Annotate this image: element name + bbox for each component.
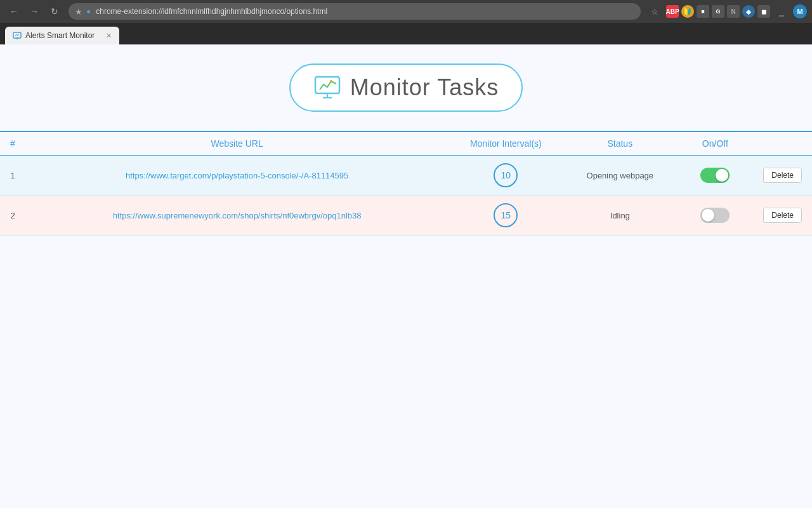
- row2-url: https://www.supremenewyork.com/shop/shir…: [25, 196, 449, 236]
- bookmark-button[interactable]: ☆: [646, 3, 664, 20]
- row1-toggle-slider: [700, 168, 730, 183]
- extension-icon-small: ★: [75, 7, 82, 17]
- back-button[interactable]: ←: [5, 3, 23, 20]
- col-header-delete: [753, 132, 812, 156]
- svg-point-7: [330, 80, 332, 83]
- table-row: 1 https://www.target.com/p/playstation-5…: [0, 156, 812, 196]
- row2-interval-badge: 15: [494, 203, 518, 227]
- profile-icon[interactable]: M: [793, 4, 807, 18]
- browser-actions: ☆ ABP 🔰 ■ G N ◆ ◼ ⎯ M: [646, 3, 807, 20]
- tab-title: Alerts Smart Monitor: [25, 31, 95, 40]
- row2-status-text: Idling: [610, 211, 630, 220]
- url-text: chrome-extension://idfmfchnnlmlfhdhgjnhm…: [96, 7, 634, 16]
- row1-toggle-knob: [716, 169, 728, 182]
- col-header-onoff: On/Off: [677, 132, 753, 156]
- browser-nav: ← → ↻: [5, 3, 63, 20]
- tab-close[interactable]: ✕: [106, 32, 112, 40]
- table-row: 2 https://www.supremenewyork.com/shop/sh…: [0, 196, 812, 236]
- row1-toggle[interactable]: [700, 168, 730, 183]
- secure-icon: ●: [86, 7, 91, 16]
- browser-bar: ← → ↻ ★ ● chrome-extension://idfmfchnnlm…: [0, 0, 812, 23]
- row1-status-text: Opening webpage: [587, 171, 654, 180]
- page-header: Monitor Tasks: [0, 64, 812, 112]
- col-header-interval: Monitor Interval(s): [449, 132, 563, 156]
- ext-icon-3[interactable]: G: [712, 5, 724, 18]
- address-bar[interactable]: ★ ● chrome-extension://idfmfchnnlmlfhdhg…: [69, 3, 641, 20]
- tab-bar: Alerts Smart Monitor ✕: [0, 23, 812, 44]
- ext-icon-2[interactable]: ■: [697, 5, 709, 18]
- reload-button[interactable]: ↻: [46, 3, 63, 20]
- row1-status: Opening webpage: [563, 156, 677, 196]
- tab-favicon: [13, 31, 22, 40]
- ext-icon-6[interactable]: ◼: [757, 5, 770, 18]
- svg-rect-3: [315, 77, 339, 93]
- ext-icon-5[interactable]: ◆: [742, 5, 755, 18]
- row1-interval-cell: 10: [449, 156, 563, 196]
- extensions-button[interactable]: ⎯: [773, 3, 790, 20]
- row2-delete-cell: Delete: [753, 196, 812, 236]
- row1-interval-badge: 10: [494, 163, 518, 187]
- row1-delete-button[interactable]: Delete: [763, 168, 802, 183]
- row2-delete-button[interactable]: Delete: [763, 208, 802, 223]
- row1-delete-cell: Delete: [753, 156, 812, 196]
- active-tab[interactable]: Alerts Smart Monitor ✕: [5, 27, 119, 44]
- header-box: Monitor Tasks: [289, 64, 523, 112]
- monitor-icon: [313, 74, 341, 102]
- row2-number: 2: [0, 196, 25, 236]
- row2-toggle-knob: [702, 209, 714, 222]
- tasks-table: # Website URL Monitor Interval(s) Status…: [0, 132, 812, 236]
- ext-icon-1[interactable]: 🔰: [681, 5, 694, 18]
- table-header-row: # Website URL Monitor Interval(s) Status…: [0, 132, 812, 156]
- row1-toggle-cell: [677, 156, 753, 196]
- row2-toggle-slider: [700, 208, 730, 223]
- row2-interval-cell: 15: [449, 196, 563, 236]
- row1-number: 1: [0, 156, 25, 196]
- col-header-hash: #: [0, 132, 25, 156]
- table-container: # Website URL Monitor Interval(s) Status…: [0, 131, 812, 236]
- row2-toggle[interactable]: [700, 208, 730, 223]
- main-content: Monitor Tasks # Website URL Monitor Inte…: [0, 44, 812, 236]
- col-header-url: Website URL: [25, 132, 449, 156]
- row2-status: Idling: [563, 196, 677, 236]
- forward-button[interactable]: →: [25, 3, 43, 20]
- abp-ext-icon[interactable]: ABP: [666, 5, 679, 18]
- row2-toggle-cell: [677, 196, 753, 236]
- ext-icon-4[interactable]: N: [727, 5, 740, 18]
- page-title: Monitor Tasks: [350, 74, 499, 101]
- row1-url: https://www.target.com/p/playstation-5-c…: [25, 156, 449, 196]
- col-header-status: Status: [563, 132, 677, 156]
